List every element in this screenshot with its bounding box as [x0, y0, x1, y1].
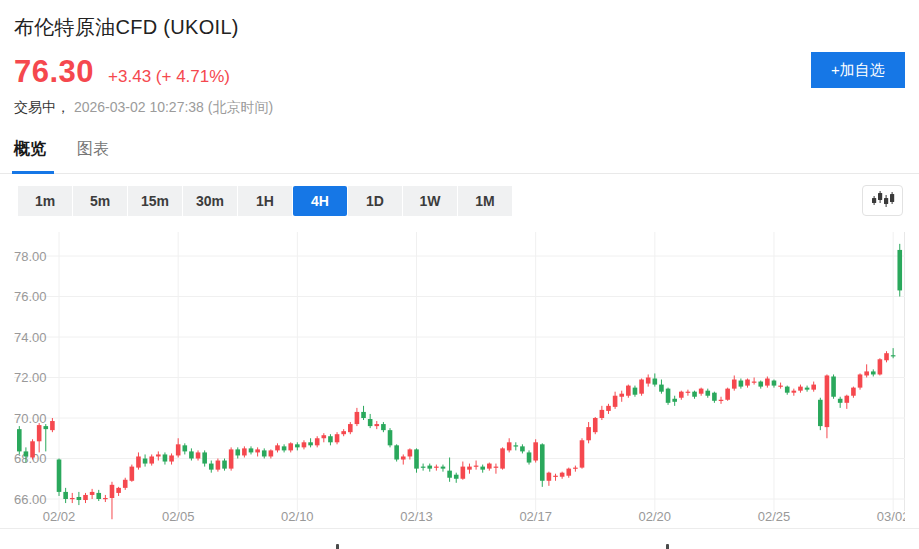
timeframe-15m[interactable]: 15m [128, 186, 182, 216]
timeframe-4h[interactable]: 4H [293, 186, 347, 216]
trading-status-label: 交易中， [14, 99, 70, 115]
page-title: 布伦特原油CFD (UKOIL) [14, 14, 239, 41]
current-price: 76.30 [14, 54, 94, 90]
svg-text:02/25: 02/25 [758, 509, 791, 524]
timeframe-1m-month[interactable]: 1M [458, 186, 512, 216]
chart-bottom-divider [0, 528, 919, 529]
svg-text:78.00: 78.00 [14, 249, 47, 264]
svg-text:02/13: 02/13 [400, 509, 433, 524]
svg-text:72.00: 72.00 [14, 370, 47, 385]
timeframe-1w[interactable]: 1W [403, 186, 457, 216]
candlestick-icon [871, 190, 895, 211]
price-change: +3.43 (+ 4.71%) [108, 67, 230, 87]
tab-chart[interactable]: 图表 [77, 139, 109, 174]
quote-timestamp: 2026-03-02 10:27:38 (北京时间) [74, 99, 273, 115]
active-tab-underline [12, 171, 54, 174]
timeframe-bar: 1m 5m 15m 30m 1H 4H 1D 1W 1M [18, 186, 513, 216]
svg-text:70.00: 70.00 [14, 411, 47, 426]
svg-text:02/05: 02/05 [162, 509, 195, 524]
chart-range-slider-left-handle[interactable] [336, 544, 339, 549]
svg-text:74.00: 74.00 [14, 330, 47, 345]
svg-text:66.00: 66.00 [14, 492, 47, 507]
timeframe-1m[interactable]: 1m [18, 186, 72, 216]
market-status: 交易中， 2026-03-02 10:27:38 (北京时间) [14, 99, 273, 117]
svg-text:02/20: 02/20 [639, 509, 672, 524]
quote-section: 76.30 +3.43 (+ 4.71%) [14, 54, 230, 90]
svg-text:02/10: 02/10 [281, 509, 314, 524]
chart-style-button[interactable] [862, 185, 903, 216]
svg-text:76.00: 76.00 [14, 289, 47, 304]
svg-text:03/02: 03/02 [877, 509, 905, 524]
timeframe-1h[interactable]: 1H [238, 186, 292, 216]
tab-overview[interactable]: 概览 [14, 139, 46, 174]
timeframe-30m[interactable]: 30m [183, 186, 237, 216]
svg-text:02/02: 02/02 [43, 509, 76, 524]
timeframe-5m[interactable]: 5m [73, 186, 127, 216]
candlestick-chart[interactable]: 78.0076.0074.0072.0070.0068.0066.0002/02… [14, 228, 905, 528]
chart-range-slider-right-handle[interactable] [666, 544, 669, 549]
tab-bar-divider [0, 173, 919, 174]
tab-bar: 概览 图表 [14, 139, 109, 174]
add-watchlist-button[interactable]: +加自选 [811, 52, 905, 88]
svg-text:02/17: 02/17 [519, 509, 552, 524]
timeframe-1d[interactable]: 1D [348, 186, 402, 216]
